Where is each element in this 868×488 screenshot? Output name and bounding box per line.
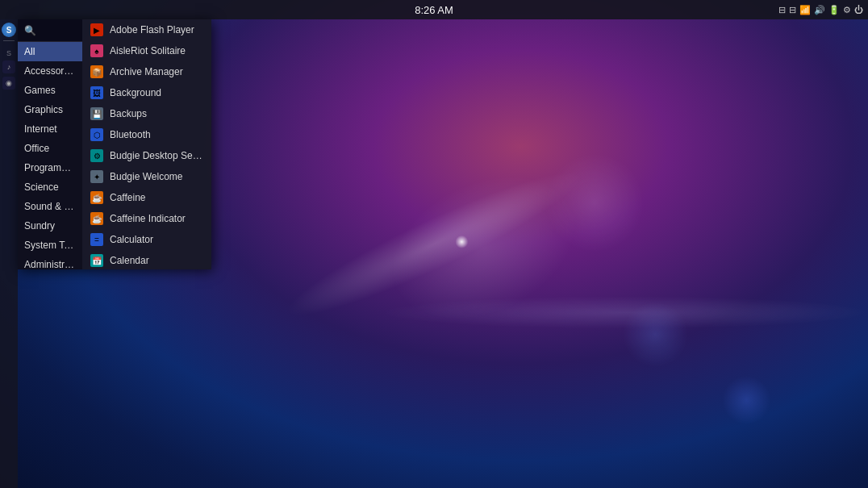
volume-icon[interactable]: 🔊 — [814, 5, 825, 15]
menu-search-bar[interactable]: 🔍 — [18, 19, 82, 42]
settings-icon[interactable]: ⚙ — [843, 5, 851, 15]
app-item-archive-manager[interactable]: 📦Archive Manager — [82, 61, 211, 82]
app-item-calculator[interactable]: =Calculator — [82, 229, 211, 250]
taskbar-music-app[interactable]: ♪ — [2, 60, 15, 73]
network-icon[interactable]: 📶 — [799, 5, 811, 15]
app-icon-adobe-flash-player: ▶ — [90, 23, 103, 36]
camera-icon: ◉ — [6, 79, 12, 87]
taskbar-camera-app[interactable]: ◉ — [2, 77, 15, 90]
app-icon-bluetooth: ⬡ — [90, 128, 103, 141]
app-item-bluetooth[interactable]: ⬡Bluetooth — [82, 124, 211, 145]
power-icon[interactable]: ⏻ — [854, 5, 863, 15]
app-item-caffeine-indicator[interactable]: ☕Caffeine Indicator — [82, 208, 211, 229]
category-item-sundry[interactable]: Sundry — [18, 216, 82, 236]
app-icon-calculator: = — [90, 233, 103, 246]
app-label-caffeine-indicator: Caffeine Indicator — [110, 213, 186, 224]
launcher-button[interactable]: S — [2, 23, 16, 37]
app-icon-archive-manager: 📦 — [90, 65, 103, 78]
app-icon-caffeine-indicator: ☕ — [90, 212, 103, 225]
app-item-budgie-desktop-settings[interactable]: ⚙Budgie Desktop Settings — [82, 145, 211, 166]
app-item-backups[interactable]: 💾Backups — [82, 103, 211, 124]
category-item-system-tools[interactable]: System Tools — [18, 236, 82, 255]
categories-list: AllAccessoriesGamesGraphicsInternetOffic… — [18, 42, 82, 269]
app-label-bluetooth: Bluetooth — [110, 129, 151, 140]
search-input[interactable] — [40, 24, 76, 36]
app-item-calendar[interactable]: 📅Calendar — [82, 250, 211, 269]
app-icon-budgie-desktop-settings: ⚙ — [90, 149, 103, 162]
app-label-adobe-flash-player: Adobe Flash Player — [110, 24, 194, 35]
category-item-graphics[interactable]: Graphics — [18, 100, 82, 119]
app-label-aisleriot-solitaire: AisleRiot Solitaire — [110, 45, 186, 56]
category-item-games[interactable]: Games — [18, 81, 82, 100]
app-item-adobe-flash-player[interactable]: ▶Adobe Flash Player — [82, 19, 211, 40]
category-item-programming[interactable]: Programming — [18, 158, 82, 177]
panel-clock: 8:26 AM — [415, 4, 453, 16]
app-icon-aisleriot-solitaire: ♠ — [90, 44, 103, 57]
category-item-office[interactable]: Office — [18, 139, 82, 158]
search-icon: 🔍 — [24, 25, 36, 36]
menu-sidebar: 🔍 AllAccessoriesGamesGraphicsInternetOff… — [18, 19, 82, 269]
category-item-internet[interactable]: Internet — [18, 119, 82, 139]
app-icon-backups: 💾 — [90, 107, 103, 120]
app-item-background[interactable]: 🖼Background — [82, 82, 211, 103]
app-label-budgie-welcome: Budgie Welcome — [110, 171, 183, 182]
app-item-budgie-welcome[interactable]: ✦Budgie Welcome — [82, 166, 211, 187]
category-item-administration[interactable]: Administration — [18, 255, 82, 269]
top-panel: 8:26 AM ⊟ ⊟ 📶 🔊 🔋 ⚙ ⏻ — [0, 0, 868, 19]
app-label-calendar: Calendar — [110, 255, 149, 266]
taskbar: S S ♪ ◉ — [0, 19, 18, 488]
category-item-all[interactable]: All — [18, 42, 82, 61]
app-icon-caffeine: ☕ — [90, 191, 103, 204]
app-icon-calendar: 📅 — [90, 254, 103, 267]
app-icon-background: 🖼 — [90, 86, 103, 99]
app-label-calculator: Calculator — [110, 234, 153, 245]
taskbar-divider-1 — [3, 40, 15, 41]
app-icon-budgie-welcome: ✦ — [90, 170, 103, 183]
tray-icon-2: ⊟ — [789, 5, 796, 15]
taskbar-section-label: S — [6, 49, 11, 57]
menu-apps-list: ▶Adobe Flash Player♠AisleRiot Solitaire📦… — [82, 19, 211, 269]
app-item-aisleriot-solitaire[interactable]: ♠AisleRiot Solitaire — [82, 40, 211, 61]
category-item-sound-video[interactable]: Sound & Video — [18, 197, 82, 216]
battery-icon[interactable]: 🔋 — [828, 5, 840, 15]
music-icon: ♪ — [7, 63, 11, 71]
app-label-background: Background — [110, 87, 161, 98]
panel-system-tray: ⊟ ⊟ 📶 🔊 🔋 ⚙ ⏻ — [778, 5, 863, 15]
app-label-backups: Backups — [110, 108, 147, 119]
app-menu: 🔍 AllAccessoriesGamesGraphicsInternetOff… — [18, 19, 211, 269]
category-item-science[interactable]: Science — [18, 177, 82, 197]
app-label-budgie-desktop-settings: Budgie Desktop Settings — [110, 150, 203, 161]
app-label-archive-manager: Archive Manager — [110, 66, 183, 77]
tray-icon-1: ⊟ — [778, 5, 786, 15]
app-label-caffeine: Caffeine — [110, 192, 145, 203]
app-item-caffeine[interactable]: ☕Caffeine — [82, 187, 211, 208]
launcher-icon: S — [6, 26, 12, 35]
category-item-accessories[interactable]: Accessories — [18, 61, 82, 81]
